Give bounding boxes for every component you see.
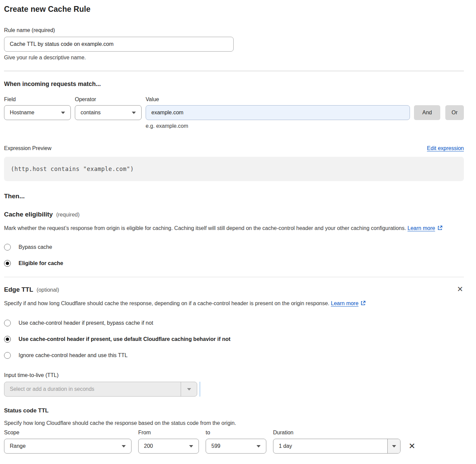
edge-ttl-description-text: Specify if and how long Cloudflare shoul… — [4, 300, 331, 306]
and-button[interactable]: And — [414, 105, 440, 120]
external-link-icon — [437, 224, 443, 234]
field-select-value: Hostname — [10, 110, 34, 116]
external-link-icon — [360, 299, 366, 309]
radio-label: Use cache-control header if present, byp… — [19, 320, 153, 326]
close-icon[interactable]: ✕ — [456, 286, 464, 293]
create-cache-rule-form: Create new Cache Rule Rule name (require… — [4, 5, 464, 454]
match-section-heading: When incoming requests match... — [4, 81, 464, 88]
rule-name-value: Cache TTL by status code on example.com — [10, 41, 114, 47]
text-cursor — [200, 382, 200, 397]
radio-label: Use cache-control header if present, use… — [19, 336, 231, 342]
chevron-down-icon — [122, 445, 126, 447]
ttl-duration-placeholder: Select or add a duration in seconds — [4, 386, 181, 392]
radio-label: Eligible for cache — [19, 260, 63, 266]
value-hint: e.g. example.com — [146, 123, 464, 129]
duration-select-value: 1 day — [273, 439, 387, 453]
scope-label: Scope — [4, 430, 131, 436]
field-label: Field — [4, 96, 75, 103]
operator-label: Operator — [75, 96, 146, 103]
chevron-down-icon — [61, 112, 65, 114]
section-divider — [4, 277, 464, 277]
or-button[interactable]: Or — [445, 105, 464, 120]
radio-icon — [4, 260, 11, 267]
scope-select[interactable]: Range — [4, 439, 131, 454]
cache-eligibility-description: Mark whether the request’s response from… — [4, 224, 456, 234]
to-select-value: 599 — [211, 443, 220, 449]
status-code-ttl-description: Specify how long Cloudflare should cache… — [4, 420, 464, 426]
match-builder-row: Field Hostname Operator contains Value e… — [4, 96, 464, 129]
value-label: Value — [146, 96, 464, 103]
radio-icon — [4, 320, 11, 326]
radio-label: Ignore cache-control header and use this… — [19, 352, 127, 358]
to-select[interactable]: 599 — [206, 439, 266, 454]
radio-icon — [4, 336, 11, 343]
learn-more-link[interactable]: Learn more — [408, 225, 435, 231]
chevron-down-icon[interactable] — [181, 382, 197, 396]
remove-row-icon[interactable]: ✕ — [409, 439, 415, 454]
edge-ttl-heading: Edge TTL — [4, 286, 33, 293]
radio-icon — [4, 352, 11, 359]
cache-eligibility-description-text: Mark whether the request’s response from… — [4, 225, 408, 231]
cache-eligibility-heading: Cache eligibility — [4, 211, 53, 218]
radio-icon — [4, 244, 11, 251]
required-tag: (required) — [56, 212, 80, 218]
chevron-down-icon — [257, 445, 261, 447]
learn-more-link[interactable]: Learn more — [331, 300, 359, 306]
radio-label: Bypass cache — [19, 244, 52, 250]
radio-cache-control-bypass[interactable]: Use cache-control header if present, byp… — [4, 320, 464, 326]
radio-cache-control-default[interactable]: Use cache-control header if present, use… — [4, 336, 464, 343]
section-divider — [4, 71, 464, 71]
value-input-value: example.com — [151, 110, 183, 116]
status-code-ttl-heading: Status code TTL — [4, 407, 464, 414]
operator-select-value: contains — [81, 110, 101, 116]
duration-select[interactable]: 1 day — [273, 439, 400, 454]
scope-select-value: Range — [10, 443, 26, 449]
to-label: to — [206, 430, 266, 436]
field-select[interactable]: Hostname — [4, 105, 71, 120]
rule-name-label: Rule name (required) — [4, 27, 464, 33]
from-select[interactable]: 200 — [138, 439, 199, 454]
rule-name-helper: Give your rule a descriptive name. — [4, 55, 464, 61]
expression-code-block: (http.host contains "example.com") — [4, 157, 464, 181]
radio-ignore-cache-control[interactable]: Ignore cache-control header and use this… — [4, 352, 464, 359]
edge-ttl-description: Specify if and how long Cloudflare shoul… — [4, 299, 456, 309]
then-heading: Then... — [4, 193, 464, 200]
duration-label: Duration — [273, 430, 400, 436]
expression-code: (http.host contains "example.com") — [11, 166, 134, 172]
rule-name-input[interactable]: Cache TTL by status code on example.com — [4, 37, 234, 52]
optional-tag: (optional) — [37, 287, 59, 293]
edit-expression-link[interactable]: Edit expression — [427, 145, 464, 151]
expression-preview-label: Expression Preview — [4, 145, 52, 151]
chevron-down-icon[interactable] — [387, 439, 400, 453]
ttl-input-label: Input time-to-live (TTL) — [4, 372, 464, 378]
from-label: From — [138, 430, 199, 436]
from-select-value: 200 — [144, 443, 153, 449]
radio-bypass-cache[interactable]: Bypass cache — [4, 244, 464, 251]
chevron-down-icon — [132, 112, 136, 114]
ttl-duration-select[interactable]: Select or add a duration in seconds — [4, 382, 197, 397]
page-title: Create new Cache Rule — [4, 5, 464, 14]
chevron-down-icon — [189, 445, 193, 447]
value-input[interactable]: example.com — [146, 105, 410, 120]
radio-eligible-for-cache[interactable]: Eligible for cache — [4, 260, 464, 267]
operator-select[interactable]: contains — [75, 105, 142, 120]
status-code-ttl-row: Scope Range From 200 to 599 Duration 1 d… — [4, 430, 464, 454]
